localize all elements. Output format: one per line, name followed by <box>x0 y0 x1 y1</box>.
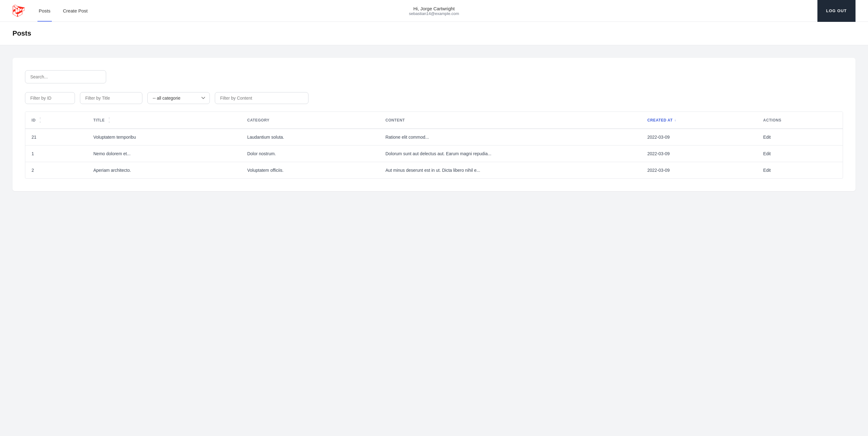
logo <box>12 5 25 17</box>
posts-table-container: ID ↑ ↓ TITLE ↑ <box>25 112 843 179</box>
col-id: ID ↑ ↓ <box>25 112 87 129</box>
cell-category-0: Laudantium soluta. <box>241 129 379 146</box>
cell-content-2: Aut minus deserunt est in ut. Dicta libe… <box>379 162 641 179</box>
col-created-at-label: CREATED AT <box>647 118 673 122</box>
col-actions: Actions <box>757 112 843 129</box>
id-sort-asc-icon: ↑ <box>39 117 41 120</box>
cell-content-0: Ratione elit commod... <box>379 129 641 146</box>
cell-actions-1: Edit <box>757 146 843 162</box>
cell-title-1: Nemo dolorem et... <box>87 146 241 162</box>
col-id-label: ID <box>32 118 36 122</box>
page-title-section: Posts <box>0 22 868 45</box>
title-sort-asc-icon: ↑ <box>108 117 110 120</box>
cell-title-0: Voluptatem temporibu <box>87 129 241 146</box>
cell-title-2: Aperiam architecto. <box>87 162 241 179</box>
cell-created-at-0: 2022-03-09 <box>641 129 757 146</box>
created-at-sort-desc-icon[interactable]: ↓ <box>674 119 676 122</box>
cell-created-at-2: 2022-03-09 <box>641 162 757 179</box>
col-category: CATEGORY <box>241 112 379 129</box>
cell-created-at-1: 2022-03-09 <box>641 146 757 162</box>
col-category-label: CATEGORY <box>247 118 270 122</box>
table-header-row: ID ↑ ↓ TITLE ↑ <box>25 112 843 129</box>
nav-create-post[interactable]: Create Post <box>62 0 89 22</box>
col-content-label: CONTENT <box>385 118 405 122</box>
table-body: 21 Voluptatem temporibu Laudantium solut… <box>25 129 843 178</box>
cell-category-2: Voluptatem officiis. <box>241 162 379 179</box>
id-sort-desc-icon: ↓ <box>39 120 41 123</box>
table-row: 2 Aperiam architecto. Voluptatem officii… <box>25 162 843 179</box>
search-row <box>25 70 843 83</box>
col-title: TITLE ↑ ↓ <box>87 112 241 129</box>
cell-content-1: Dolorum sunt aut delectus aut. Earum mag… <box>379 146 641 162</box>
filter-title-input[interactable] <box>80 92 143 104</box>
cell-category-1: Dolor nostrum. <box>241 146 379 162</box>
col-content: CONTENT <box>379 112 641 129</box>
user-email: sebastian14@example.com <box>409 11 459 16</box>
filters-row: -- all categorie Laudantium soluta. Dolo… <box>25 92 843 104</box>
posts-table: ID ↑ ↓ TITLE ↑ <box>25 112 843 178</box>
cell-id-0: 21 <box>25 129 87 146</box>
col-title-label: TITLE <box>93 118 104 122</box>
filter-id-input[interactable] <box>25 92 75 104</box>
edit-link-1[interactable]: Edit <box>763 151 771 156</box>
id-sort-icons[interactable]: ↑ ↓ <box>39 117 41 123</box>
title-sort-icons[interactable]: ↑ ↓ <box>108 117 110 123</box>
cell-actions-2: Edit <box>757 162 843 179</box>
nav-posts[interactable]: Posts <box>37 0 52 22</box>
header: Posts Create Post Hi, Jorge Cartwright s… <box>0 0 868 22</box>
filter-content-input[interactable] <box>215 92 308 104</box>
cell-id-2: 2 <box>25 162 87 179</box>
main-content: -- all categorie Laudantium soluta. Dolo… <box>0 45 868 436</box>
cell-actions-0: Edit <box>757 129 843 146</box>
col-created-at: CREATED AT ↓ <box>641 112 757 129</box>
category-select[interactable]: -- all categorie Laudantium soluta. Dolo… <box>147 92 210 104</box>
main-nav: Posts Create Post <box>37 0 89 22</box>
col-actions-label: Actions <box>763 118 781 122</box>
page-title: Posts <box>12 29 856 37</box>
search-input[interactable] <box>25 70 106 83</box>
laravel-logo-icon <box>12 5 25 17</box>
posts-card: -- all categorie Laudantium soluta. Dolo… <box>12 58 856 191</box>
title-sort-desc-icon: ↓ <box>108 120 110 123</box>
user-name: Hi, Jorge Cartwright <box>409 6 459 11</box>
cell-id-1: 1 <box>25 146 87 162</box>
edit-link-0[interactable]: Edit <box>763 135 771 139</box>
table-row: 21 Voluptatem temporibu Laudantium solut… <box>25 129 843 146</box>
table-row: 1 Nemo dolorem et... Dolor nostrum. Dolo… <box>25 146 843 162</box>
user-info: Hi, Jorge Cartwright sebastian14@example… <box>409 6 459 16</box>
edit-link-2[interactable]: Edit <box>763 168 771 173</box>
logout-button[interactable]: LOG OUT <box>817 0 856 22</box>
